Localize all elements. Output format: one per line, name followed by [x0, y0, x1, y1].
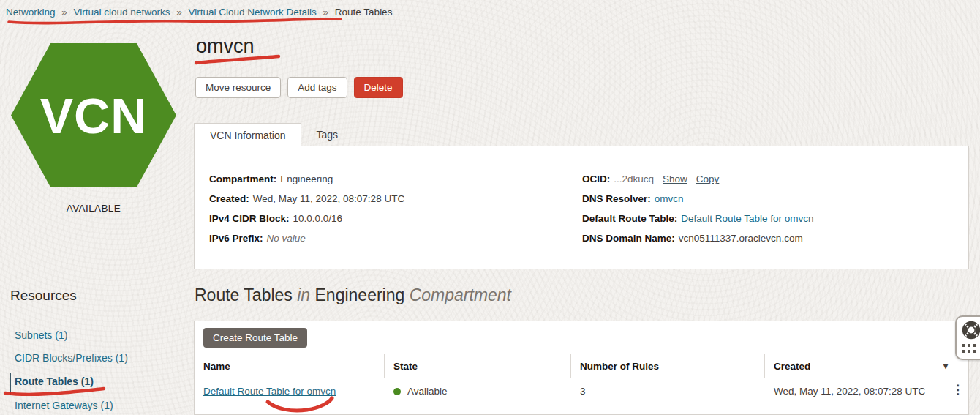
toolbar: Move resource Add tags Delete: [195, 77, 403, 98]
breadcrumb-route-tables: Route Tables: [335, 7, 393, 18]
ocid-show-link[interactable]: Show: [663, 173, 687, 184]
selected-item-indicator: [10, 373, 11, 395]
life-ring-help-icon[interactable]: [962, 321, 980, 340]
breadcrumb-separator-icon: »: [61, 7, 67, 18]
ocid-value: ...2dkucq: [614, 173, 654, 184]
breadcrumb: Networking » Virtual cloud networks » Vi…: [6, 7, 392, 18]
ipv4-cidr-label: IPv4 CIDR Block:: [209, 213, 290, 224]
sidebar-item-internet-gateways[interactable]: Internet Gateways (1): [15, 400, 113, 411]
vcn-information-panel: Compartment:Engineering Created:Wed, May…: [194, 146, 969, 269]
oci-console-page: Networking » Virtual cloud networks » Vi…: [0, 0, 980, 415]
help-widget[interactable]: [955, 315, 980, 360]
compartment-value: Engineering: [280, 173, 333, 184]
heading-compartment-name: Engineering: [315, 285, 405, 304]
cell-number-of-rules: 3: [571, 386, 765, 397]
vcn-info-right-column: OCID:...2dkucqShowCopy DNS Resolver:omvc…: [582, 169, 814, 248]
ipv4-cidr-value: 10.0.0.0/16: [293, 213, 343, 224]
route-tables-card: Create Route Table Name State Number of …: [194, 321, 969, 415]
heading-route-tables: Route Tables: [195, 285, 293, 304]
dns-domain-value: vcn05111337.oraclevcn.com: [679, 233, 803, 244]
rules-count: 3: [580, 386, 586, 397]
column-header-created[interactable]: Created▾: [765, 354, 968, 378]
created-header-label: Created: [774, 361, 810, 372]
cell-created: Wed, May 11, 2022, 08:07:28 UTC: [765, 386, 968, 397]
resources-divider: [10, 313, 174, 313]
annotation-underline-breadcrumb: [9, 19, 341, 23]
sort-descending-icon[interactable]: ▾: [943, 361, 948, 371]
page-title: omvcn: [196, 35, 255, 58]
ocid-copy-link[interactable]: Copy: [696, 173, 720, 184]
dns-resolver-link[interactable]: omvcn: [655, 193, 684, 204]
breadcrumb-virtual-cloud-networks[interactable]: Virtual cloud networks: [74, 7, 170, 18]
heading-in: in: [297, 285, 310, 304]
vcn-hexagon-icon: VCN: [11, 43, 176, 187]
column-header-state[interactable]: State: [385, 354, 571, 378]
availability-status: AVAILABLE: [0, 203, 187, 214]
created-value-cell: Wed, May 11, 2022, 08:07:28 UTC: [774, 386, 925, 397]
heading-compartment-word: Compartment: [410, 285, 511, 304]
breadcrumb-separator-icon: »: [323, 7, 329, 18]
vcn-icon-label: VCN: [40, 87, 148, 144]
annotation-underline-route-tables-item: [5, 389, 104, 395]
vcn-info-left-column: Compartment:Engineering Created:Wed, May…: [209, 169, 404, 248]
sidebar-item-route-tables[interactable]: Route Tables (1): [15, 375, 94, 387]
compartment-label: Compartment:: [209, 173, 276, 184]
state-available-dot-icon: [393, 388, 401, 395]
breadcrumb-networking[interactable]: Networking: [6, 7, 56, 18]
state-value: Available: [407, 386, 448, 397]
create-route-table-button[interactable]: Create Route Table: [203, 328, 307, 348]
ipv6-prefix-value: No value: [267, 233, 306, 244]
table-header-row: Name State Number of Rules Created▾: [195, 354, 968, 378]
column-header-number-of-rules[interactable]: Number of Rules: [571, 354, 765, 378]
route-table-link[interactable]: Default Route Table for omvcn: [203, 386, 336, 397]
default-route-table-link[interactable]: Default Route Table for omvcn: [681, 213, 813, 224]
created-row: Created:Wed, May 11, 2022, 08:07:28 UTC: [209, 189, 404, 209]
delete-button[interactable]: Delete: [354, 77, 403, 98]
created-value: Wed, May 11, 2022, 08:07:28 UTC: [253, 193, 404, 204]
compartment-row: Compartment:Engineering: [209, 169, 404, 189]
ocid-row: OCID:...2dkucqShowCopy: [582, 169, 814, 189]
breadcrumb-vcn-details[interactable]: Virtual Cloud Network Details: [188, 7, 316, 18]
breadcrumb-separator-icon: »: [176, 7, 182, 18]
cell-name: Default Route Table for omvcn: [195, 386, 385, 397]
route-tables-section-heading: Route Tables in Engineering Compartment: [195, 285, 511, 305]
move-resource-button[interactable]: Move resource: [195, 77, 281, 98]
dns-resolver-row: DNS Resolver:omvcn: [582, 189, 814, 209]
row-actions-kebab-icon[interactable]: ⋮: [951, 383, 964, 397]
cell-state: Available: [385, 386, 571, 397]
column-header-name[interactable]: Name: [195, 354, 385, 378]
resources-heading: Resources: [10, 288, 77, 304]
tab-vcn-information[interactable]: VCN Information: [194, 123, 301, 148]
dns-domain-row: DNS Domain Name:vcn05111337.oraclevcn.co…: [582, 228, 814, 248]
table-row[interactable]: Default Route Table for omvcn Available …: [195, 378, 968, 405]
tab-tags[interactable]: Tags: [301, 123, 353, 148]
ipv4-cidr-row: IPv4 CIDR Block:10.0.0.0/16: [209, 209, 404, 228]
default-route-table-row: Default Route Table:Default Route Table …: [582, 209, 814, 228]
add-tags-button[interactable]: Add tags: [287, 77, 347, 98]
default-route-table-label: Default Route Table:: [582, 213, 677, 224]
dns-domain-label: DNS Domain Name:: [582, 233, 675, 244]
tab-bar: VCN Information Tags: [194, 123, 353, 148]
sidebar-item-subnets[interactable]: Subnets (1): [15, 329, 67, 341]
ocid-label: OCID:: [582, 173, 610, 184]
sidebar-item-cidr-blocks[interactable]: CIDR Blocks/Prefixes (1): [15, 352, 128, 364]
drag-handle-dots-icon[interactable]: [962, 344, 976, 353]
created-label: Created:: [209, 193, 249, 204]
ipv6-prefix-label: IPv6 Prefix:: [209, 233, 263, 244]
dns-resolver-label: DNS Resolver:: [582, 193, 651, 204]
ipv6-prefix-row: IPv6 Prefix:No value: [209, 228, 404, 248]
